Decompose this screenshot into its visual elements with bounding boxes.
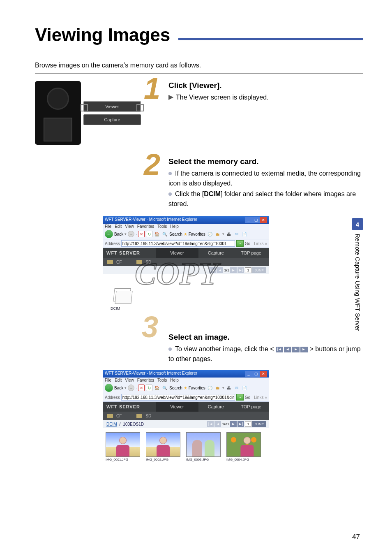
links-label[interactable]: Links <box>254 241 263 246</box>
search-icon[interactable]: 🔍 <box>161 385 168 391</box>
sd-card-label[interactable]: SD <box>145 414 151 418</box>
step-number-2: 2 <box>144 153 160 177</box>
back-label[interactable]: Back <box>114 386 123 390</box>
menu-favorites[interactable]: Favorites <box>137 378 154 382</box>
go-button[interactable]: → <box>236 240 244 247</box>
forward-icon[interactable]: → <box>128 231 134 237</box>
page-first-icon[interactable]: |◄ <box>207 421 214 427</box>
edit-icon[interactable]: 📄 <box>241 385 248 391</box>
tab-top-page[interactable]: TOP page <box>233 248 269 258</box>
back-label[interactable]: Back <box>114 232 123 236</box>
favorites-icon[interactable]: ★ <box>184 386 187 390</box>
toolbar: ← Back ▾ → · ✕ ↻ 🏠 🔍 Search ★ Favorites … <box>103 383 269 393</box>
menu-file[interactable]: File <box>105 378 111 382</box>
page-next-icon[interactable]: ► <box>230 267 237 273</box>
window-close-icon[interactable]: ✕ <box>260 217 267 223</box>
history-icon[interactable]: 🕘 <box>207 231 213 237</box>
tab-capture[interactable]: Capture <box>198 402 234 412</box>
menu-edit[interactable]: Edit <box>115 224 122 229</box>
menu-view[interactable]: View <box>125 224 134 229</box>
menu-file[interactable]: File <box>105 224 111 229</box>
page-last-icon[interactable]: ►| <box>238 267 244 273</box>
stop-icon[interactable]: ✕ <box>138 231 145 237</box>
cf-card-label[interactable]: CF <box>116 260 122 264</box>
page-last-icon[interactable]: ►| <box>238 421 244 427</box>
history-icon[interactable]: 🕘 <box>207 385 213 391</box>
favorites-icon[interactable]: ★ <box>184 232 187 236</box>
camera-illustration <box>35 81 81 145</box>
print-icon[interactable]: 🖶 <box>226 231 232 237</box>
folder-dcim-label[interactable]: DCIM <box>111 306 265 310</box>
refresh-icon[interactable]: ↻ <box>146 231 152 237</box>
tab-top-page[interactable]: TOP page <box>233 402 269 412</box>
thumbnail-item[interactable]: IMG_0004.JPG <box>226 432 261 461</box>
menu-view[interactable]: View <box>125 378 134 382</box>
step2-line2: Click the [DCIM] folder and select the f… <box>168 189 363 209</box>
thumbnail-item[interactable]: IMG_0002.JPG <box>146 432 180 461</box>
card-tabs: CF SD <box>103 412 269 420</box>
thumbnail-item[interactable]: IMG_0001.JPG <box>106 432 140 461</box>
page-prev-icon[interactable]: ◄ <box>217 267 223 273</box>
window-minimize-icon[interactable]: _ <box>245 371 252 377</box>
url-input[interactable] <box>121 240 235 247</box>
menu-favorites[interactable]: Favorites <box>137 224 154 229</box>
breadcrumb-folder: 100EOS1D <box>123 422 144 426</box>
page-input[interactable] <box>245 421 251 427</box>
url-input[interactable] <box>121 394 235 401</box>
page-next-icon[interactable]: ► <box>230 421 237 427</box>
window-maximize-icon[interactable]: ▢ <box>252 217 260 223</box>
page-input[interactable] <box>245 267 251 273</box>
thumbnail-item[interactable]: IMG_0003.JPG <box>186 432 221 461</box>
tab-viewer[interactable]: Viewer <box>156 248 198 258</box>
stop-icon[interactable]: ✕ <box>138 385 145 391</box>
folders-icon[interactable]: 🖿 <box>214 385 221 391</box>
cf-card-icon <box>107 414 113 418</box>
forward-icon[interactable]: → <box>128 385 134 391</box>
title-rule <box>178 38 363 40</box>
step3-title: Select an image. <box>168 333 363 342</box>
mail-icon[interactable]: ✉ <box>233 385 240 391</box>
breadcrumb: DCIM / 100EOS1D <box>103 420 205 428</box>
search-label[interactable]: Search <box>169 386 182 390</box>
home-icon[interactable]: 🏠 <box>154 231 160 237</box>
edit-icon[interactable]: 📄 <box>241 231 248 237</box>
menu-help[interactable]: Help <box>170 224 179 229</box>
nav-next-icon: ► <box>292 347 300 352</box>
folders-icon[interactable]: 🖿 <box>214 231 221 237</box>
page-prev-icon[interactable]: ◄ <box>214 421 221 427</box>
jump-button[interactable]: JUMP <box>252 267 266 273</box>
links-label[interactable]: Links <box>254 395 263 400</box>
menubar: File Edit View Favorites Tools Help <box>103 378 269 383</box>
go-button[interactable]: → <box>236 394 244 401</box>
tab-viewer[interactable]: Viewer <box>156 402 198 412</box>
page-first-icon[interactable]: |◄ <box>209 267 216 273</box>
search-icon[interactable]: 🔍 <box>161 231 168 237</box>
jump-button[interactable]: JUMP <box>252 421 266 427</box>
folder-icon[interactable] <box>111 287 132 304</box>
home-icon[interactable]: 🏠 <box>154 385 160 391</box>
menu-tools[interactable]: Tools <box>157 378 167 382</box>
menu-viewer-button[interactable]: Viewer <box>83 101 141 112</box>
search-label[interactable]: Search <box>169 232 182 236</box>
sd-card-label[interactable]: SD <box>145 260 151 264</box>
window-close-icon[interactable]: ✕ <box>260 371 267 377</box>
tab-capture[interactable]: Capture <box>198 248 234 258</box>
back-icon[interactable]: ← <box>105 230 113 238</box>
print-icon[interactable]: 🖶 <box>226 385 232 391</box>
back-icon[interactable]: ← <box>105 384 113 392</box>
window-maximize-icon[interactable]: ▢ <box>252 371 260 377</box>
step-2: 2 Select the memory card. If the camera … <box>35 157 363 210</box>
cf-card-label[interactable]: CF <box>116 414 122 418</box>
menu-edit[interactable]: Edit <box>115 378 122 382</box>
menubar: File Edit View Favorites Tools Help <box>103 224 269 229</box>
menu-capture-button[interactable]: Capture <box>83 114 141 125</box>
favorites-label[interactable]: Favorites <box>189 232 205 236</box>
window-minimize-icon[interactable]: _ <box>245 217 252 223</box>
menu-help[interactable]: Help <box>170 378 179 382</box>
favorites-label[interactable]: Favorites <box>189 386 205 390</box>
triangle-bullet-icon: ▶ <box>168 92 173 102</box>
mail-icon[interactable]: ✉ <box>233 231 240 237</box>
refresh-icon[interactable]: ↻ <box>146 385 152 391</box>
menu-tools[interactable]: Tools <box>157 224 167 229</box>
breadcrumb-dcim-link[interactable]: DCIM <box>106 422 117 426</box>
